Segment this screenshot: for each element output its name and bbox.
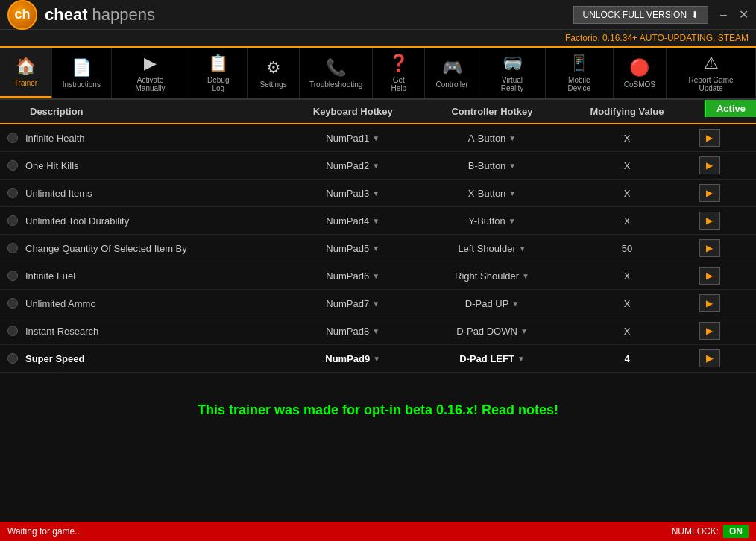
activate-button[interactable] — [699, 184, 720, 202]
kb-dropdown-arrow[interactable]: ▼ — [373, 355, 380, 363]
nav-item-vr[interactable]: 🥽Virtual Reality — [479, 48, 546, 98]
ctrl-dropdown-arrow[interactable]: ▼ — [519, 244, 526, 253]
cell-active[interactable] — [692, 262, 756, 290]
cell-controller[interactable]: X-Button ▼ — [422, 180, 562, 207]
kb-dropdown-arrow[interactable]: ▼ — [372, 134, 379, 142]
table-row: One Hit KillsNumPad2 ▼B-Button ▼X — [0, 152, 756, 180]
cheats-table: Description Keyboard Hotkey Controller H… — [0, 100, 756, 373]
cell-controller[interactable]: A-Button ▼ — [422, 124, 562, 152]
activate-button[interactable] — [699, 267, 720, 285]
cell-keyboard[interactable]: NumPad4 ▼ — [284, 207, 422, 235]
row-indicator[interactable] — [7, 188, 18, 198]
nav-item-activate[interactable]: ▶Activate Manually — [112, 48, 190, 98]
cell-controller[interactable]: Y-Button ▼ — [422, 207, 562, 235]
ctrl-dropdown-arrow[interactable]: ▼ — [508, 189, 516, 197]
nav-item-instructions[interactable]: 📄Instructions — [52, 48, 112, 98]
row-indicator[interactable] — [7, 133, 18, 143]
cell-controller[interactable]: Left Shoulder ▼ — [422, 235, 562, 262]
cell-keyboard[interactable]: NumPad7 ▼ — [284, 290, 422, 317]
nav-label-debug: Debug Log — [201, 76, 235, 92]
activate-button[interactable] — [699, 349, 720, 367]
kb-dropdown-arrow[interactable]: ▼ — [372, 272, 379, 280]
ctrl-dropdown-arrow[interactable]: ▼ — [517, 355, 525, 363]
cell-keyboard[interactable]: NumPad2 ▼ — [284, 152, 422, 180]
nav-item-trainer[interactable]: 🏠Trainer — [0, 48, 52, 98]
nav-item-debug[interactable]: 📋Debug Log — [189, 48, 248, 98]
cell-keyboard[interactable]: NumPad5 ▼ — [284, 235, 422, 262]
kb-dropdown-arrow[interactable]: ▼ — [372, 189, 379, 197]
nav-item-troubleshoot[interactable]: 📞Troubleshooting — [300, 48, 373, 98]
cell-active[interactable] — [692, 124, 756, 152]
nav-item-report[interactable]: ⚠Report Game Update — [667, 48, 756, 98]
cell-active[interactable] — [692, 290, 756, 317]
row-indicator[interactable] — [7, 326, 18, 336]
cell-active[interactable] — [692, 152, 756, 180]
unlock-button[interactable]: UNLOCK FULL VERSION ⬇ — [573, 6, 709, 24]
row-indicator[interactable] — [7, 353, 18, 364]
cell-description: Super Speed — [0, 345, 284, 372]
cell-controller[interactable]: D-Pad DOWN ▼ — [422, 317, 562, 345]
unlock-label: UNLOCK FULL VERSION — [583, 10, 687, 20]
kb-dropdown-arrow[interactable]: ▼ — [372, 327, 379, 335]
cell-controller[interactable]: Right Shoulder ▼ — [422, 262, 562, 290]
nav-label-troubleshoot: Troubleshooting — [309, 80, 362, 89]
cell-controller[interactable]: D-Pad UP ▼ — [422, 290, 562, 317]
activate-button[interactable] — [699, 212, 720, 230]
cell-keyboard[interactable]: NumPad3 ▼ — [284, 180, 422, 207]
status-bar: Waiting for game... NUMLOCK: ON — [0, 522, 756, 541]
ctrl-dropdown-arrow[interactable]: ▼ — [522, 272, 529, 280]
nav-label-controller: Controller — [435, 80, 467, 89]
ctrl-dropdown-arrow[interactable]: ▼ — [511, 300, 519, 308]
cell-controller[interactable]: B-Button ▼ — [422, 152, 562, 180]
activate-button[interactable] — [699, 322, 720, 340]
cell-keyboard[interactable]: NumPad9 ▼ — [284, 345, 422, 373]
kb-value: NumPad2 — [326, 160, 369, 171]
close-button[interactable]: ✕ — [739, 7, 749, 22]
nav-item-help[interactable]: ❓Get Help — [373, 48, 425, 98]
kb-dropdown-arrow[interactable]: ▼ — [372, 162, 379, 170]
ctrl-value: D-Pad UP — [465, 298, 509, 309]
row-indicator[interactable] — [7, 298, 18, 309]
kb-dropdown-arrow[interactable]: ▼ — [372, 244, 379, 253]
ctrl-dropdown-arrow[interactable]: ▼ — [508, 134, 516, 142]
activate-button[interactable] — [699, 294, 720, 312]
ctrl-dropdown-arrow[interactable]: ▼ — [508, 162, 516, 170]
kb-dropdown-arrow[interactable]: ▼ — [372, 217, 379, 225]
ctrl-value: Y-Button — [468, 215, 505, 227]
waiting-text: Waiting for game... — [7, 526, 82, 537]
row-indicator[interactable] — [7, 270, 18, 281]
row-indicator[interactable] — [7, 243, 18, 253]
nav-item-settings[interactable]: ⚙Settings — [248, 48, 300, 98]
activate-button[interactable] — [699, 156, 720, 174]
numlock-value: ON — [723, 525, 749, 538]
row-indicator[interactable] — [7, 160, 18, 171]
minimize-button[interactable]: – — [720, 8, 727, 22]
nav-item-mobile[interactable]: 📱Mobile Device — [546, 48, 613, 98]
cell-keyboard[interactable]: NumPad1 ▼ — [284, 124, 422, 152]
cell-active[interactable] — [692, 207, 756, 235]
activate-button[interactable] — [699, 129, 720, 147]
table-row: Super SpeedNumPad9 ▼D-Pad LEFT ▼4 — [0, 345, 756, 373]
cell-modifying: 50 — [562, 235, 692, 262]
cell-keyboard[interactable]: NumPad8 ▼ — [284, 317, 422, 345]
cell-keyboard[interactable]: NumPad6 ▼ — [284, 262, 422, 290]
nav-item-controller[interactable]: 🎮Controller — [425, 48, 479, 98]
kb-dropdown-arrow[interactable]: ▼ — [372, 300, 379, 308]
activate-button[interactable] — [699, 239, 720, 257]
nav-label-activate: Activate Manually — [124, 76, 177, 92]
cell-active[interactable] — [692, 345, 756, 373]
ctrl-dropdown-arrow[interactable]: ▼ — [520, 327, 528, 335]
cell-active[interactable] — [692, 317, 756, 345]
cell-description: Change Quantity Of Selected Item By — [0, 235, 284, 262]
col-keyboard: Keyboard Hotkey — [284, 100, 422, 124]
cell-controller[interactable]: D-Pad LEFT ▼ — [422, 345, 562, 373]
row-indicator[interactable] — [7, 215, 18, 226]
logo-icon: ch — [7, 0, 37, 30]
cell-active[interactable] — [692, 180, 756, 207]
ctrl-dropdown-arrow[interactable]: ▼ — [508, 217, 516, 225]
nav-item-cosmos[interactable]: 🔴CoSMOS — [614, 48, 667, 98]
cell-modifying: 4 — [562, 345, 692, 373]
cell-active[interactable] — [692, 235, 756, 262]
kb-value: NumPad6 — [326, 270, 369, 282]
cell-modifying: X — [562, 180, 692, 207]
